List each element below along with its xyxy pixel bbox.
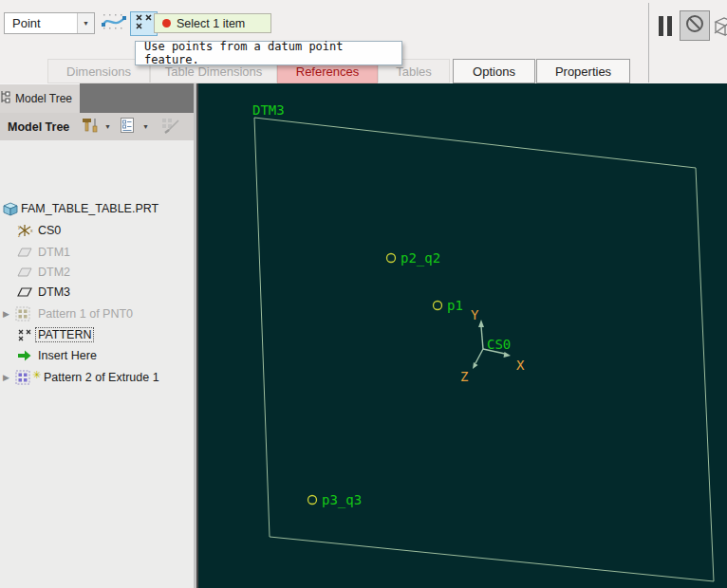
part-icon	[3, 202, 18, 216]
tools-icon	[81, 116, 100, 138]
tree-settings-dropdown[interactable]: ▼	[142, 116, 149, 138]
no-entry-icon	[683, 12, 706, 39]
tree-tools-dropdown[interactable]: ▼	[104, 116, 111, 138]
viewport-background	[198, 83, 727, 588]
tree-item-part[interactable]: FAM_TABLE_TABLE.PRT	[0, 198, 194, 219]
datum-points-icon	[133, 12, 155, 35]
model-tree-header: Model Tree ▼	[0, 113, 194, 140]
application-window: Point ▼	[0, 0, 727, 588]
axis-label-z: Z	[460, 369, 468, 384]
datum-plane-icon	[17, 266, 32, 278]
selection-status-text: Select 1 item	[177, 17, 245, 30]
insert-arrow-icon	[17, 349, 32, 362]
modified-star-icon: ✳	[32, 370, 41, 380]
model-tree-title: Model Tree	[0, 120, 69, 134]
model-tree-tab-label: Model Tree	[15, 92, 72, 105]
point-label[interactable]: p3_q3	[322, 492, 362, 508]
pause-button[interactable]	[659, 16, 673, 36]
point-label[interactable]: p2_q2	[401, 250, 440, 266]
point-type-combobox[interactable]: Point ▼	[4, 12, 95, 34]
tooltip-text: Use points from a datum point feature.	[144, 40, 401, 66]
curve-points-icon	[101, 11, 127, 36]
model-tree-list: FAM_TABLE_TABLE.PRT y z x CS0	[0, 140, 194, 588]
model-tree-panel: Model Tree Model Tree ▼	[0, 83, 194, 588]
tab-options[interactable]: Options	[453, 59, 535, 83]
graphics-viewport[interactable]: DTM3 p2_q2 p1 p3_q3	[198, 83, 727, 588]
datum-display-button[interactable]	[713, 14, 727, 38]
required-dot-icon	[162, 19, 171, 28]
tree-item-pattern2[interactable]: ▶ ✳ Pattern 2 of Extrude 1	[0, 367, 194, 388]
tree-item-dtm2[interactable]: DTM2	[0, 262, 194, 283]
tree-filter-button-disabled	[159, 116, 182, 138]
sketched-points-button[interactable]	[100, 12, 128, 35]
toolbar-divider	[648, 3, 649, 83]
csys-label[interactable]: CS0	[487, 337, 511, 352]
tree-settings-button[interactable]	[120, 116, 136, 138]
tree-hierarchy-icon	[0, 89, 15, 108]
tab-model-tree[interactable]: Model Tree	[0, 83, 80, 113]
expand-icon[interactable]: ▶	[3, 373, 12, 382]
filter-disabled-icon	[159, 116, 182, 138]
datum-plane-icon	[17, 247, 32, 258]
point-type-value: Point	[5, 16, 77, 30]
tree-item-insert-here[interactable]: Insert Here	[0, 345, 194, 366]
datum-points-icon	[17, 328, 33, 342]
axis-label-x: X	[516, 358, 525, 373]
point-label[interactable]: p1	[447, 298, 463, 313]
tooltip: Use points from a datum point feature.	[135, 41, 402, 65]
csys-icon: y z x	[17, 223, 34, 238]
selection-status: Select 1 item	[154, 13, 271, 33]
datum-plane-label[interactable]: DTM3	[252, 102, 285, 118]
datum-plane-icon	[17, 286, 32, 298]
tree-item-dtm1[interactable]: DTM1	[0, 242, 194, 263]
tree-tools-button[interactable]	[81, 116, 100, 138]
pattern-icon	[15, 306, 30, 322]
cancel-button[interactable]	[680, 10, 710, 41]
tree-item-pattern1[interactable]: ▶ Pattern 1 of PNT0	[0, 303, 194, 324]
axis-label-y: Y	[471, 307, 479, 322]
pattern-icon	[15, 370, 30, 385]
svg-text:x: x	[30, 228, 33, 233]
pause-icon	[659, 16, 663, 36]
tree-item-pattern-selected[interactable]: PATTERN	[0, 324, 194, 345]
tree-item-cs0[interactable]: y z x CS0	[0, 220, 194, 241]
tab-properties[interactable]: Properties	[536, 59, 630, 83]
tree-item-dtm3[interactable]: DTM3	[0, 282, 194, 303]
expand-icon[interactable]: ▶	[3, 309, 12, 319]
chevron-down-icon[interactable]: ▼	[77, 13, 94, 33]
checklist-icon	[120, 117, 136, 137]
wireframe-cube-icon	[713, 25, 727, 41]
